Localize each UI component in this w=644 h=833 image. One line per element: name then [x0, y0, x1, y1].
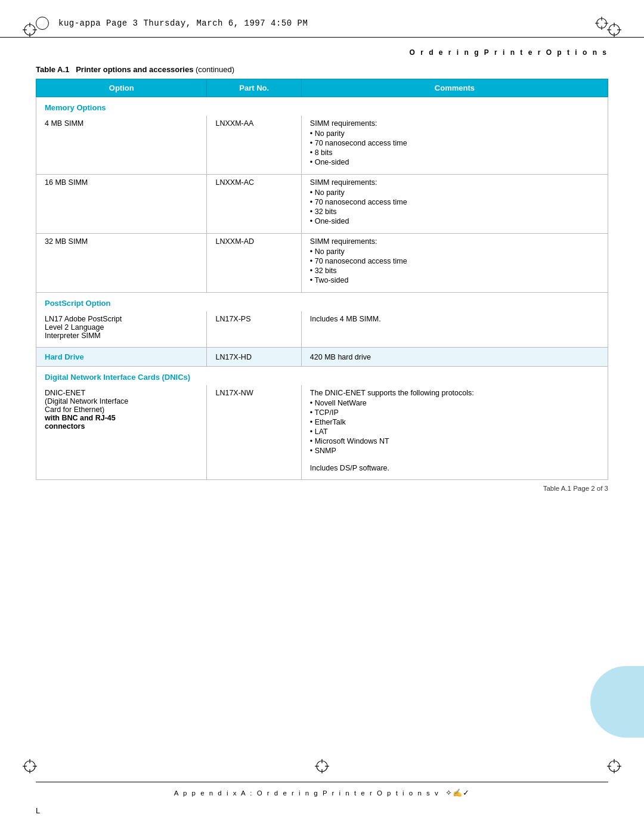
list-item: No parity: [310, 188, 599, 197]
list-item: 32 bits: [310, 266, 599, 275]
bottom-mark: L: [36, 806, 40, 815]
list-item: Novell NetWare: [310, 398, 599, 408]
comments-4mb: SIMM requirements: No parity 70 nanoseco…: [301, 116, 608, 175]
footer-symbols: ✧✍✓: [445, 788, 470, 797]
category-label-dnic: Digital Network Interface Cards (DNICs): [36, 367, 608, 386]
crosshair-bl: [23, 759, 37, 773]
header-circle-icon: [36, 17, 49, 30]
table-caption: Table A.1 Printer options and accessorie…: [0, 61, 644, 79]
list-item: SNMP: [310, 446, 599, 456]
dnic-bold-text: with BNC and RJ-45connectors: [45, 414, 116, 431]
deco-circle: [590, 666, 644, 738]
list-item: LAT: [310, 427, 599, 436]
col-partno: Part No.: [207, 79, 301, 97]
list-item: One-sided: [310, 157, 599, 167]
category-label-postscript: PostScript Option: [36, 293, 608, 312]
bullets-16mb: No parity 70 nanosecond access time 32 b…: [310, 188, 599, 226]
list-item: TCP/IP: [310, 408, 599, 417]
table-row: DNIC-ENET (Digital Network Interface Car…: [36, 385, 608, 480]
header-text: kug-appa Page 3 Thursday, March 6, 1997 …: [58, 18, 308, 28]
table-row: 16 MB SIMM LNXXM-AC SIMM requirements: N…: [36, 175, 608, 234]
main-content: Option Part No. Comments Memory Options …: [0, 79, 644, 494]
options-table: Option Part No. Comments Memory Options …: [36, 79, 608, 480]
col-comments: Comments: [301, 79, 608, 97]
option-postscript: LN17 Adobe PostScript Level 2 Language I…: [36, 311, 207, 348]
comments-16mb: SIMM requirements: No parity 70 nanoseco…: [301, 175, 608, 234]
option-4mb: 4 MB SIMM: [36, 116, 207, 175]
category-memory-options: Memory Options: [36, 97, 608, 116]
list-item: No parity: [310, 129, 599, 138]
list-item: Microsoft Windows NT: [310, 436, 599, 446]
list-item: One-sided: [310, 216, 599, 226]
option-16mb: 16 MB SIMM: [36, 175, 207, 234]
category-harddrive: Hard Drive LN17X-HD 420 MB hard drive: [36, 348, 608, 367]
list-item: EtherTalk: [310, 417, 599, 427]
option-32mb: 32 MB SIMM: [36, 234, 207, 293]
category-label-memory: Memory Options: [36, 97, 608, 116]
partno-dnic: LN17X-NW: [207, 385, 301, 480]
list-item: Two-sided: [310, 275, 599, 285]
partno-harddrive: LN17X-HD: [207, 348, 301, 367]
comments-dnic: The DNIC-ENET supports the following pro…: [301, 385, 608, 480]
partno-16mb: LNXXM-AC: [207, 175, 301, 234]
table-page-note: Table A.1 Page 2 of 3: [36, 480, 608, 494]
header-crosshair-icon: [595, 17, 608, 30]
table-row: 4 MB SIMM LNXXM-AA SIMM requirements: No…: [36, 116, 608, 175]
comments-postscript: Includes 4 MB SIMM.: [301, 311, 608, 348]
label-harddrive: Hard Drive: [36, 348, 207, 367]
list-item: No parity: [310, 247, 599, 256]
list-item: 70 nanosecond access time: [310, 256, 599, 266]
bullets-4mb: No parity 70 nanosecond access time 8 bi…: [310, 129, 599, 167]
table-title-continued: (continued): [193, 65, 234, 74]
partno-postscript: LN17X-PS: [207, 311, 301, 348]
option-dnic: DNIC-ENET (Digital Network Interface Car…: [36, 385, 207, 480]
bullets-dnic: Novell NetWare TCP/IP EtherTalk LAT Micr…: [310, 398, 599, 456]
table-title: Table A.1 Printer options and accessorie…: [36, 65, 193, 74]
partno-4mb: LNXXM-AA: [207, 116, 301, 175]
table-header-row: Option Part No. Comments: [36, 79, 608, 97]
list-item: 70 nanosecond access time: [310, 138, 599, 148]
table-row: 32 MB SIMM LNXXM-AD SIMM requirements: N…: [36, 234, 608, 293]
page-header: kug-appa Page 3 Thursday, March 6, 1997 …: [0, 0, 644, 38]
partno-32mb: LNXXM-AD: [207, 234, 301, 293]
footer-text: A p p e n d i x A : O r d e r i n g P r …: [174, 789, 439, 797]
section-header: O r d e r i n g P r i n t e r O p t i o …: [0, 38, 644, 61]
comments-32mb: SIMM requirements: No parity 70 nanoseco…: [301, 234, 608, 293]
category-dnic: Digital Network Interface Cards (DNICs): [36, 367, 608, 386]
category-postscript: PostScript Option: [36, 293, 608, 312]
comments-harddrive: 420 MB hard drive: [301, 348, 608, 367]
page-footer: A p p e n d i x A : O r d e r i n g P r …: [36, 782, 608, 797]
table-row: LN17 Adobe PostScript Level 2 Language I…: [36, 311, 608, 348]
col-option: Option: [36, 79, 207, 97]
list-item: 8 bits: [310, 148, 599, 157]
list-item: 32 bits: [310, 207, 599, 216]
crosshair-tl: [23, 23, 37, 37]
page: kug-appa Page 3 Thursday, March 6, 1997 …: [0, 0, 644, 833]
crosshair-tr: [607, 23, 621, 37]
list-item: 70 nanosecond access time: [310, 197, 599, 207]
crosshair-br: [607, 759, 621, 773]
crosshair-center-bottom: [315, 759, 329, 773]
bullets-32mb: No parity 70 nanosecond access time 32 b…: [310, 247, 599, 285]
